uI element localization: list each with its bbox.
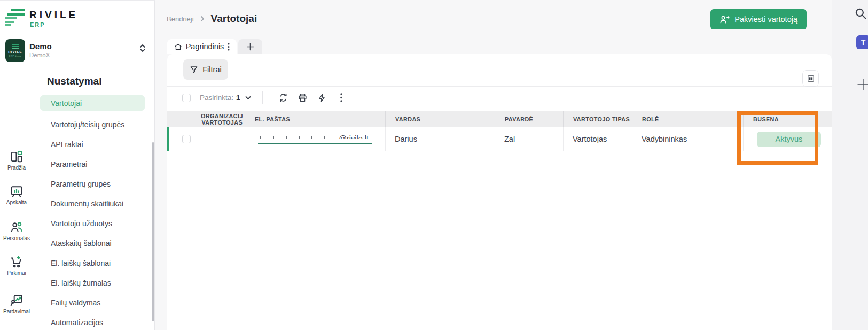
chevron-right-icon xyxy=(200,16,205,22)
sidebar-item-label: Pirkimai xyxy=(0,270,33,276)
menu-item-dokumentu-skaitliukai[interactable]: Dokumentų skaitliukai xyxy=(33,194,155,213)
sidebar-item-label: Pardavimai xyxy=(0,309,33,314)
menu-item-api-raktai[interactable]: API raktai xyxy=(33,134,155,154)
row-last-name-cell: Zal xyxy=(495,127,563,151)
purchases-cart-icon xyxy=(10,255,24,269)
settings-menu-title: Nustatymai xyxy=(47,75,101,87)
selected-count: 1 xyxy=(236,94,240,102)
column-settings-button[interactable] xyxy=(802,70,819,87)
sales-chart-icon xyxy=(10,294,24,308)
tab-kebab-icon[interactable] xyxy=(228,43,230,51)
email-domain-fragment: @rivile.lt xyxy=(339,134,369,139)
plus-icon xyxy=(857,78,868,91)
column-status[interactable]: BŪSENA xyxy=(743,111,832,127)
column-first-name[interactable]: VARDAS xyxy=(385,111,495,127)
accounting-board-icon xyxy=(10,185,24,198)
menu-item-el-laisku-sablonai[interactable]: El. laiškų šablonai xyxy=(33,253,155,273)
settings-menu: Vartotojai Vartotojų/teisių grupės API r… xyxy=(33,95,155,330)
tab-strip: Pagrindinis xyxy=(167,39,262,54)
kebab-menu-icon xyxy=(340,93,342,102)
sidebar-item-pirkimai[interactable]: Pirkimai xyxy=(0,255,33,276)
chevron-up-down-icon xyxy=(139,43,146,53)
workspace-avatar: RIVILE ERP demo xyxy=(5,39,25,62)
workspace-avatar-subtext: ERP demo xyxy=(9,55,21,57)
chevron-down-icon xyxy=(245,96,251,100)
filters-label: Filtrai xyxy=(202,65,221,74)
selected-label: Pasirinkta: xyxy=(200,94,233,102)
table-row[interactable]: @rivile.lt Darius Zal Vartotojas Vadybin… xyxy=(167,127,832,151)
nav-rail: Pradžia Apskaita Personalas xyxy=(0,71,33,330)
column-last-name[interactable]: PAVARDĖ xyxy=(495,111,563,127)
column-user-type[interactable]: VARTOTOJO TIPAS xyxy=(563,111,632,127)
more-options-button[interactable] xyxy=(332,89,351,106)
selected-dropdown[interactable]: Pasirinkta: 1 xyxy=(200,94,251,102)
menu-item-ataskaitu-sablonai[interactable]: Ataskaitų šablonai xyxy=(33,233,155,253)
add-widget-button[interactable] xyxy=(857,78,868,91)
printer-icon xyxy=(298,93,308,103)
menu-scrollbar[interactable] xyxy=(152,142,154,321)
table-toolbar: Pasirinkta: 1 xyxy=(167,87,832,109)
brand-product: ERP xyxy=(30,21,45,28)
sidebar-item-label: Apskaita xyxy=(0,199,33,205)
sidebar-item-pardavimai[interactable]: Pardavimai xyxy=(0,294,33,314)
add-tab-button[interactable] xyxy=(238,39,262,54)
menu-item-failu-valdymas[interactable]: Failų valdymas xyxy=(33,293,155,312)
person-plus-icon xyxy=(720,14,730,25)
actions-button[interactable] xyxy=(312,89,332,106)
toolbar-separator xyxy=(262,91,263,104)
email-link-redacted[interactable]: @rivile.lt xyxy=(258,134,372,144)
brand-name: RIVILE xyxy=(29,9,78,21)
plus-icon xyxy=(246,43,254,51)
refresh-icon xyxy=(278,93,288,103)
tab-label: Pagrindinis xyxy=(186,42,224,51)
row-role-cell: Vadybininkas xyxy=(632,127,743,151)
row-org-user-cell xyxy=(201,127,245,151)
filter-funnel-icon xyxy=(190,65,198,74)
users-table-card: Filtrai Pasirinkta: 1 xyxy=(167,54,832,330)
print-button[interactable] xyxy=(293,89,312,106)
breadcrumb-parent[interactable]: Bendrieji xyxy=(167,15,194,23)
tab-pagrindinis[interactable]: Pagrindinis xyxy=(167,39,237,54)
home-icon xyxy=(174,43,182,51)
column-org-user[interactable]: ORGANIZACIJOS VARTOTOJAS xyxy=(201,111,245,127)
page-title: Vartotojai xyxy=(211,13,257,25)
search-button[interactable] xyxy=(854,6,867,20)
menu-item-vartotojai[interactable]: Vartotojai xyxy=(40,95,145,111)
row-selected-accent xyxy=(167,127,169,151)
filters-button[interactable]: Filtrai xyxy=(183,59,228,80)
menu-item-vartotojo-uzduotys[interactable]: Vartotojo užduotys xyxy=(33,213,155,233)
teams-icon[interactable]: T xyxy=(856,35,868,49)
column-select xyxy=(167,111,201,127)
breadcrumb: Bendrieji Vartotojai xyxy=(167,13,257,25)
sidebar-item-label: Personalas xyxy=(0,235,33,241)
status-badge: Aktyvus xyxy=(757,132,821,147)
people-icon xyxy=(10,220,24,234)
teams-letter: T xyxy=(861,38,866,47)
menu-item-vartotoju-teisiu-grupes[interactable]: Vartotojų/teisių grupės xyxy=(33,114,155,134)
app-logo xyxy=(4,7,27,27)
invite-user-label: Pakviesti vartotoją xyxy=(734,15,797,24)
columns-icon xyxy=(807,74,815,83)
menu-item-automatizacijos[interactable]: Automatizacijos xyxy=(33,312,155,330)
menu-item-el-laisku-zurnalas[interactable]: El. laiškų žurnalas xyxy=(33,273,155,293)
sidebar-item-label: Pradžia xyxy=(0,165,33,171)
workspace-switcher[interactable] xyxy=(139,43,146,53)
sidebar-item-pradzia[interactable]: Pradžia xyxy=(0,150,33,171)
row-email-cell: @rivile.lt xyxy=(245,127,385,151)
right-rail: T xyxy=(832,0,868,330)
menu-item-parametru-grupes[interactable]: Parametrų grupės xyxy=(33,174,155,194)
select-all-checkbox[interactable] xyxy=(182,94,191,102)
row-checkbox[interactable] xyxy=(182,135,191,143)
menu-item-parametrai[interactable]: Parametrai xyxy=(33,154,155,174)
workspace-avatar-text: RIVILE xyxy=(8,50,22,53)
column-email[interactable]: EL. PAŠTAS xyxy=(245,111,385,127)
rivile-logo-icon xyxy=(4,7,27,27)
invite-user-button[interactable]: Pakviesti vartotoją xyxy=(710,9,807,29)
row-user-type-cell: Vartotojas xyxy=(563,127,632,151)
lightning-icon xyxy=(317,93,327,103)
sidebar-item-apskaita[interactable]: Apskaita xyxy=(0,185,33,205)
row-first-name-cell: Darius xyxy=(385,127,495,151)
refresh-button[interactable] xyxy=(274,89,293,106)
sidebar-item-personalas[interactable]: Personalas xyxy=(0,220,33,241)
column-role[interactable]: ROLĖ xyxy=(632,111,743,127)
